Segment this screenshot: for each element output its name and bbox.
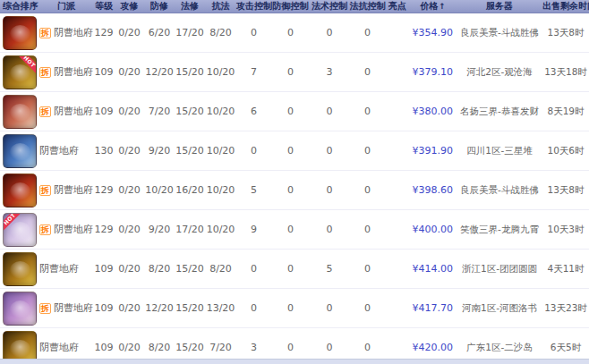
time-remaining: 10天6时	[542, 145, 589, 157]
attack-cultivation-cell: 0/20	[115, 27, 144, 38]
table-header: 综合排序门派等级攻修防修法修抗法攻击控制防御控制法术控制法抗控制亮点价格↑服务器…	[0, 0, 589, 13]
bottom-bar	[0, 359, 589, 364]
column-header-label: 攻修	[121, 1, 139, 11]
column-header-label: 法抗控制	[350, 1, 386, 11]
chai-badge: 拆	[39, 28, 51, 38]
defense-control-cell: 0	[271, 263, 310, 275]
magic-cultivation-cell: 17/20	[175, 224, 205, 235]
column-header-spell_ctrl[interactable]: 法术控制	[310, 0, 349, 13]
attack-control-cell: 9	[236, 224, 271, 235]
table-row[interactable]: 拆 阴曹地府 109 0/20 7/20 15/20 10/20 6 0 0 0…	[0, 92, 589, 131]
sect-name: 阴曹地府	[54, 223, 93, 236]
defense-control-cell: 0	[271, 106, 310, 117]
level-cell: 129	[93, 27, 115, 38]
column-header-label: 门派	[57, 1, 75, 11]
price-cell: ¥354.90	[409, 27, 457, 38]
attack-cultivation-cell: 0/20	[115, 342, 144, 353]
avatar-cell	[0, 292, 39, 326]
table-row[interactable]: 阴曹地府 130 0/20 9/20 15/20 10/20 0 0 0 0 ¥…	[0, 131, 589, 171]
spell-control-cell: 0	[310, 184, 349, 196]
column-header-level[interactable]: 等级	[93, 0, 115, 13]
server-name: 笑傲三界-龙腾九霄	[457, 224, 542, 236]
time-remaining: 13天8时	[542, 184, 589, 197]
column-header-sect[interactable]: 门派	[39, 0, 93, 13]
column-header-kangfa[interactable]: 抗法	[205, 0, 236, 13]
column-header-price[interactable]: 价格↑	[409, 0, 457, 13]
column-header-def_ctrl[interactable]: 防御控制	[271, 0, 310, 13]
column-header-label: 出售剩余时间	[542, 1, 589, 11]
column-header-res_ctrl[interactable]: 法抗控制	[349, 0, 386, 13]
sect-name: 阴曹地府	[39, 262, 79, 275]
column-header-time[interactable]: 出售剩余时间	[542, 0, 589, 13]
defense-control-cell: 0	[271, 184, 310, 196]
character-avatar-red-demon	[3, 16, 37, 50]
avatar-cell	[0, 252, 39, 286]
column-header-server[interactable]: 服务器	[457, 0, 542, 13]
column-header-label: 法术控制	[312, 1, 347, 11]
table-row[interactable]: 拆 阴曹地府 109 0/20 12/20 15/20 13/20 0 0 0 …	[0, 289, 589, 328]
sect-cell: 拆 阴曹地府	[39, 301, 93, 315]
price-cell: ¥417.70	[409, 302, 457, 314]
sect-name: 阴曹地府	[54, 105, 93, 118]
column-header-sort[interactable]: 综合排序	[0, 0, 39, 13]
magic-cultivation-cell: 15/20	[175, 302, 205, 314]
level-cell: 129	[93, 184, 115, 196]
column-header-fangxiu[interactable]: 防修	[144, 0, 175, 13]
sect-cell: 拆 阴曹地府	[39, 183, 93, 197]
avatar-cell	[0, 95, 39, 129]
chai-badge: 拆	[39, 67, 51, 78]
time-remaining: 8天19时	[542, 106, 589, 118]
spell-resist-control-cell: 0	[349, 224, 386, 235]
level-cell: 109	[93, 302, 115, 314]
magic-cultivation-cell: 16/20	[175, 184, 205, 196]
magic-cultivation-cell: 15/20	[175, 263, 205, 275]
sect-name: 阴曹地府	[39, 144, 79, 157]
defense-control-cell: 0	[271, 342, 310, 353]
time-remaining: 13天8时	[542, 27, 589, 39]
sect-name: 阴曹地府	[54, 65, 93, 79]
table-row[interactable]: 阴曹地府 109 0/20 8/20 15/20 8/20 0 0 5 0 ¥4…	[0, 250, 589, 289]
column-header-label: 等级	[95, 1, 113, 11]
defense-cultivation-cell: 7/20	[144, 106, 175, 117]
defense-cultivation-cell: 6/20	[144, 27, 175, 38]
sect-name: 阴曹地府	[54, 26, 93, 39]
avatar-cell: HOT	[0, 213, 39, 247]
spell-resist-control-cell: 0	[349, 66, 386, 78]
column-header-label: 服务器	[486, 1, 513, 11]
attack-control-cell: 0	[236, 145, 271, 157]
attack-control-cell: 3	[236, 342, 271, 353]
table-row[interactable]: HOT 拆 阴曹地府 129 0/20 9/20 17/20 10/20 9 0…	[0, 210, 589, 250]
avatar-cell	[0, 134, 39, 168]
character-avatar-red-haired-woman	[3, 95, 37, 129]
column-header-highlight[interactable]: 亮点	[386, 0, 409, 13]
attack-control-cell: 5	[236, 184, 271, 196]
sect-cell: 拆 阴曹地府	[39, 223, 93, 236]
character-avatar-purple-haired-girl	[3, 292, 37, 326]
time-remaining: 6天5时	[542, 342, 589, 354]
column-header-atk_ctrl[interactable]: 攻击控制	[236, 0, 271, 13]
price-cell: ¥420.00	[409, 342, 457, 353]
column-header-faxiu[interactable]: 法修	[175, 0, 205, 13]
table-row[interactable]: 拆 阴曹地府 129 0/20 6/20 17/20 8/20 0 0 0 0 …	[0, 13, 589, 53]
column-header-gongxiu[interactable]: 攻修	[115, 0, 144, 13]
goods-listing-table: 综合排序门派等级攻修防修法修抗法攻击控制防御控制法术控制法抗控制亮点价格↑服务器…	[0, 0, 589, 364]
sect-name: 阴曹地府	[39, 341, 79, 354]
spell-resist-control-cell: 0	[349, 184, 386, 196]
price-cell: ¥380.00	[409, 106, 457, 117]
defense-control-cell: 0	[271, 224, 310, 235]
attack-cultivation-cell: 0/20	[115, 184, 144, 196]
server-name: 浙江1区-团团圆圆	[457, 263, 542, 275]
resist-cultivation-cell: 10/20	[205, 184, 236, 196]
spell-control-cell: 0	[310, 302, 349, 314]
price-text: ¥414.00	[413, 263, 454, 275]
table-row[interactable]: 拆 阴曹地府 129 0/20 10/20 16/20 10/20 5 0 0 …	[0, 171, 589, 210]
table-row[interactable]: HOT 拆 阴曹地府 109 0/20 12/20 15/20 10/20 7 …	[0, 53, 589, 92]
level-cell: 109	[93, 66, 115, 78]
sect-cell: 阴曹地府	[39, 144, 93, 157]
magic-cultivation-cell: 15/20	[175, 66, 205, 78]
sect-cell: 阴曹地府	[39, 262, 93, 275]
server-name: 广东1区-二沙岛	[457, 342, 542, 354]
price-text: ¥379.10	[413, 66, 454, 78]
price-text: ¥398.60	[413, 184, 454, 196]
chai-badge: 拆	[39, 185, 51, 196]
